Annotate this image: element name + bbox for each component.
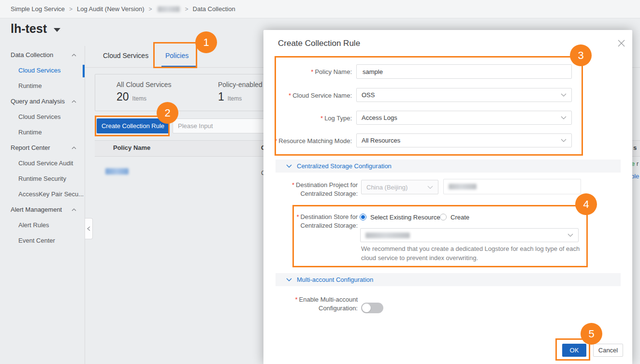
required-mark: *: [295, 296, 298, 303]
breadcrumb-item-data-collection: Data Collection: [193, 5, 235, 13]
sidebar-group-data-collection[interactable]: Data Collection: [11, 51, 53, 58]
chevron-down-icon: [427, 186, 433, 189]
app-window: Simple Log Service > Log Audit (New Vers…: [0, 0, 640, 364]
dest-project-name-field[interactable]: [443, 179, 581, 194]
enable-multi-account-label: *Enable Multi-account Configuration:: [237, 295, 358, 313]
chevron-left-icon: [87, 226, 90, 231]
page-title: lh-test: [11, 22, 47, 36]
stat-all-value: 20: [116, 90, 129, 103]
breadcrumb-separator: >: [185, 6, 189, 13]
column-header-policy-name: Policy Name: [113, 144, 150, 151]
sidebar-item-cloud-service-audit[interactable]: Cloud Service Audit: [18, 160, 73, 167]
sidebar-active-indicator: [83, 65, 85, 77]
chevron-down-icon: [286, 164, 292, 168]
sidebar-group-query-analysis[interactable]: Query and Analysis: [11, 98, 65, 105]
dest-store-logstore-select[interactable]: [360, 228, 579, 242]
log-type-label: *Log Type:: [231, 115, 352, 122]
chevron-up-icon: [72, 100, 76, 103]
chevron-up-icon: [72, 54, 76, 57]
breadcrumb-item-redacted[interactable]: [158, 6, 180, 12]
chevron-up-icon: [72, 208, 76, 211]
sidebar-item-alert-rules[interactable]: Alert Rules: [18, 221, 49, 229]
ok-button[interactable]: OK: [562, 344, 586, 357]
breadcrumb-item-log-audit[interactable]: Log Audit (New Version): [77, 5, 144, 13]
stat-all-value-row: 20 Items: [116, 90, 146, 103]
cloud-service-name-value: OSS: [362, 91, 375, 99]
page-title-row: lh-test: [11, 22, 60, 36]
breadcrumb-separator: >: [69, 6, 73, 13]
dest-store-logstore-redacted: [365, 233, 410, 238]
section-multi-account[interactable]: Multi-account Configuration: [276, 273, 621, 286]
annotation-badge-1: 1: [195, 31, 217, 53]
sidebar-item-qa-runtime[interactable]: Runtime: [18, 129, 42, 136]
cloud-service-name-select[interactable]: OSS: [356, 88, 572, 102]
sidebar-group-alert-management[interactable]: Alert Management: [11, 206, 62, 213]
radio-select-existing-resource-label[interactable]: Select Existing Resource: [370, 214, 440, 221]
tab-policies[interactable]: Policies: [165, 52, 189, 59]
sidebar-group-report-center[interactable]: Report Center: [11, 144, 50, 151]
dest-project-name-redacted: [449, 184, 477, 189]
sidebar-item-runtime[interactable]: Runtime: [18, 82, 42, 89]
logstore-hint-text: We recommend that you create a dedicated…: [361, 244, 582, 262]
radio-create[interactable]: [440, 214, 447, 220]
sidebar-item-accesskey-pair-security[interactable]: AccessKey Pair Secu...: [18, 190, 84, 198]
required-mark: *: [292, 181, 294, 189]
tab-cloud-services[interactable]: Cloud Services: [103, 52, 148, 59]
chevron-down-icon: [286, 278, 292, 281]
required-mark: *: [311, 68, 313, 75]
resource-matching-mode-value: All Resources: [362, 137, 400, 144]
dest-store-label: *Destination Store for Centralized Stora…: [237, 213, 358, 230]
policy-name-input[interactable]: [362, 68, 567, 76]
log-type-select[interactable]: Access Logs: [356, 111, 572, 125]
active-tab-underline: [161, 66, 197, 67]
required-mark: *: [275, 137, 277, 145]
section-centralized-storage-title: Centralized Storage Configuration: [297, 162, 392, 170]
dialog-title: Create Collection Rule: [278, 39, 360, 48]
background-status-fragment: e r: [631, 160, 639, 167]
chevron-up-icon: [72, 146, 76, 149]
create-collection-rule-button[interactable]: Create Collection Rule: [97, 118, 169, 133]
policy-name-link-redacted[interactable]: [105, 168, 129, 175]
chevron-down-icon: [561, 139, 567, 142]
resource-matching-mode-label: *Resource Matching Mode:: [231, 137, 352, 145]
stat-all-unit: Items: [132, 95, 146, 102]
sidebar-item-runtime-security[interactable]: Runtime Security: [18, 175, 66, 182]
policy-name-field[interactable]: [356, 64, 572, 79]
sidebar-divider: [85, 46, 85, 364]
stat-enabled-value: 1: [218, 90, 224, 103]
required-mark: *: [296, 213, 299, 220]
background-header-fragment: s: [633, 144, 637, 151]
section-centralized-storage[interactable]: Centralized Storage Configuration: [276, 160, 621, 173]
required-mark: *: [289, 92, 291, 99]
required-mark: *: [320, 115, 323, 122]
sidebar-collapse-button[interactable]: [85, 218, 93, 239]
close-icon[interactable]: [618, 40, 625, 47]
breadcrumb-item-sls[interactable]: Simple Log Service: [11, 5, 65, 13]
project-switcher-caret-icon[interactable]: [54, 28, 60, 32]
cancel-button[interactable]: Cancel: [593, 344, 623, 357]
chevron-down-icon: [567, 233, 573, 237]
sidebar-item-qa-cloud-services[interactable]: Cloud Services: [18, 113, 60, 120]
sidebar-item-event-center[interactable]: Event Center: [18, 237, 55, 244]
sidebar-item-cloud-services[interactable]: Cloud Services: [18, 67, 60, 74]
log-type-value: Access Logs: [362, 114, 397, 121]
multi-account-toggle[interactable]: [361, 303, 383, 313]
resource-matching-mode-select[interactable]: All Resources: [356, 133, 572, 147]
dest-project-region-value: China (Beijing): [366, 184, 407, 191]
section-multi-account-title: Multi-account Configuration: [297, 276, 373, 283]
dest-project-region-select[interactable]: China (Beijing): [361, 180, 438, 194]
toggle-knob: [362, 304, 371, 312]
chevron-down-icon: [561, 116, 567, 119]
breadcrumb: Simple Log Service > Log Audit (New Vers…: [0, 0, 640, 18]
status-fragment-dark: r: [637, 160, 639, 167]
dest-project-label: *Destination Project for Centralized Sto…: [237, 181, 358, 198]
policy-name-label: *Policy Name:: [231, 68, 352, 75]
stat-all-label: All Cloud Services: [116, 81, 172, 88]
breadcrumb-separator: >: [148, 6, 152, 13]
radio-create-label[interactable]: Create: [451, 214, 469, 221]
cloud-service-name-label: *Cloud Service Name:: [231, 92, 352, 99]
chevron-down-icon: [561, 93, 567, 97]
radio-select-existing-resource[interactable]: [360, 214, 366, 220]
